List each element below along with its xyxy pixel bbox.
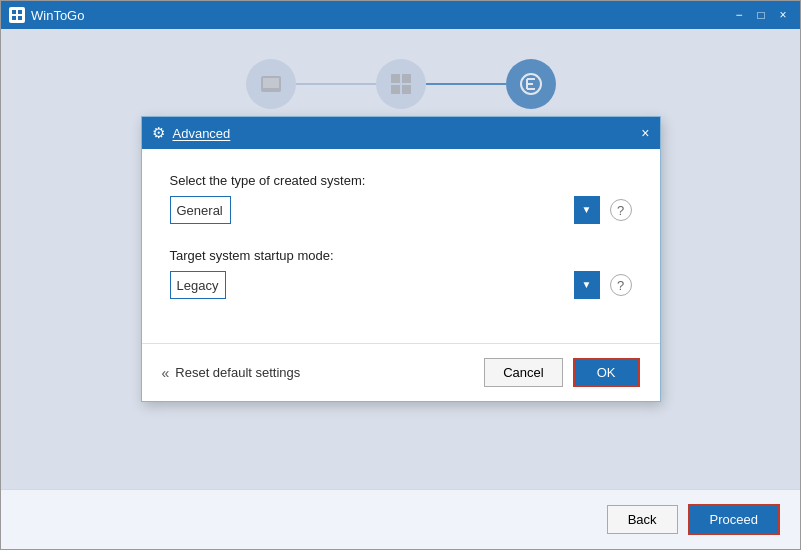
startup-mode-select-wrapper: Legacy UEFI Auto <box>170 271 600 299</box>
main-window: WinToGo − □ × <box>0 0 801 550</box>
svg-rect-2 <box>12 16 16 20</box>
main-content: ⚙ Advanced × Select the type of created … <box>1 29 800 489</box>
startup-mode-label: Target system startup mode: <box>170 248 632 263</box>
system-type-help[interactable]: ? <box>610 199 632 221</box>
bottom-bar: Back Proceed <box>1 489 800 549</box>
app-title: WinToGo <box>31 8 724 23</box>
startup-mode-help[interactable]: ? <box>610 274 632 296</box>
title-bar-controls: − □ × <box>730 8 792 22</box>
reset-label: Reset default settings <box>175 365 300 380</box>
ok-button[interactable]: OK <box>573 358 640 387</box>
cancel-button[interactable]: Cancel <box>484 358 562 387</box>
app-icon <box>9 7 25 23</box>
dialog-footer: « Reset default settings Cancel OK <box>142 343 660 401</box>
dialog-footer-right: Cancel OK <box>484 358 639 387</box>
startup-mode-select[interactable]: Legacy UEFI Auto <box>170 271 226 299</box>
startup-mode-row: Legacy UEFI Auto ? <box>170 271 632 299</box>
dialog-body: Select the type of created system: Gener… <box>142 149 660 343</box>
system-type-row: General VHD VHDX ? <box>170 196 632 224</box>
proceed-button[interactable]: Proceed <box>688 504 780 535</box>
minimize-button[interactable]: − <box>730 8 748 22</box>
gear-icon: ⚙ <box>152 124 165 142</box>
back-button[interactable]: Back <box>607 505 678 534</box>
title-bar: WinToGo − □ × <box>1 1 800 29</box>
reset-default-settings-link[interactable]: « Reset default settings <box>162 365 301 381</box>
svg-rect-0 <box>12 10 16 14</box>
reset-arrows-icon: « <box>162 365 170 381</box>
svg-rect-3 <box>18 16 22 20</box>
dialog-overlay: ⚙ Advanced × Select the type of created … <box>1 29 800 489</box>
close-button[interactable]: × <box>774 8 792 22</box>
dialog-title-bar: ⚙ Advanced × <box>142 117 660 149</box>
dialog-close-button[interactable]: × <box>641 125 649 141</box>
advanced-dialog: ⚙ Advanced × Select the type of created … <box>141 116 661 402</box>
system-type-select[interactable]: General VHD VHDX <box>170 196 231 224</box>
system-type-select-wrapper: General VHD VHDX <box>170 196 600 224</box>
maximize-button[interactable]: □ <box>752 8 770 22</box>
dialog-title: Advanced <box>173 126 634 141</box>
system-type-label: Select the type of created system: <box>170 173 632 188</box>
svg-rect-1 <box>18 10 22 14</box>
